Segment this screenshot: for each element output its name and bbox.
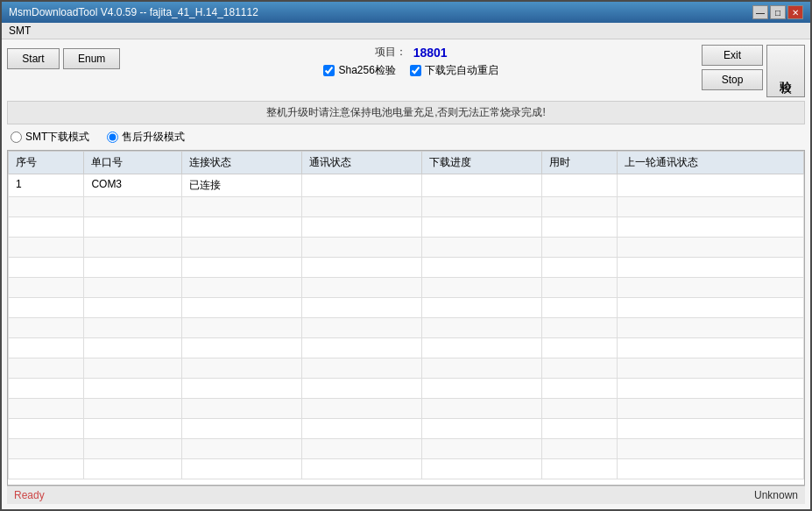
minimize-button[interactable]: — <box>752 5 768 19</box>
table-cell-empty <box>301 439 421 459</box>
table-cell-empty <box>541 258 617 278</box>
table-cell: 1 <box>9 174 84 197</box>
table-cell-empty <box>618 439 804 459</box>
table-header-row: 序号 单口号 连接状态 通讯状态 下载进度 用时 上一轮通讯状态 <box>9 152 804 174</box>
radio-smt[interactable]: SMT下载模式 <box>11 130 89 145</box>
table-cell-empty <box>301 258 421 278</box>
table-cell-empty <box>618 217 804 238</box>
verify-button[interactable]: 校验 <box>766 45 805 97</box>
table-cell-empty <box>9 298 84 318</box>
table-cell-empty <box>541 238 617 258</box>
main-content: Start Enum 项目： 18801 Sha256检验 下载完自动重启 <box>2 39 810 509</box>
table-cell-empty <box>541 318 617 338</box>
table-row-empty <box>9 379 804 399</box>
radio-smt-input[interactable] <box>11 131 22 143</box>
col-header-last-comm: 上一轮通讯状态 <box>618 152 804 174</box>
stop-button[interactable]: Stop <box>702 69 763 90</box>
table-cell-empty <box>618 379 804 399</box>
table-cell-empty <box>182 298 302 318</box>
table-cell-empty <box>618 298 804 318</box>
table-cell-empty <box>84 217 182 238</box>
col-header-port: 单口号 <box>84 152 182 174</box>
table-cell-empty <box>541 217 617 238</box>
auto-restart-checkbox[interactable] <box>410 65 421 76</box>
table-cell-empty <box>421 238 541 258</box>
radio-upgrade[interactable]: 售后升级模式 <box>107 130 185 145</box>
table-cell-empty <box>541 298 617 318</box>
table-cell-empty <box>9 318 84 338</box>
toolbar-row: Start Enum 项目： 18801 Sha256检验 下载完自动重启 <box>7 45 805 97</box>
top-right-area: Exit Stop 校验 <box>702 45 805 97</box>
table-cell-empty <box>541 419 617 439</box>
table-cell-empty <box>541 338 617 358</box>
table-cell-empty <box>421 399 541 419</box>
table-cell-empty <box>9 358 84 379</box>
table-row-empty <box>9 318 804 338</box>
table-row-empty <box>9 298 804 318</box>
table-row-empty <box>9 439 804 459</box>
data-table: 序号 单口号 连接状态 通讯状态 下载进度 用时 上一轮通讯状态 1COM3已连… <box>8 151 804 479</box>
table-cell-empty <box>182 197 302 217</box>
table-cell-empty <box>84 399 182 419</box>
radio-smt-label: SMT下载模式 <box>25 130 89 145</box>
close-button[interactable]: ✕ <box>787 5 803 19</box>
table-cell-empty <box>9 338 84 358</box>
table-row-empty <box>9 399 804 419</box>
table-cell-empty <box>421 278 541 298</box>
table-cell-empty <box>301 399 421 419</box>
table-cell-empty <box>301 197 421 217</box>
table-cell-empty <box>301 419 421 439</box>
table-cell-empty <box>618 419 804 439</box>
status-unknown: Unknown <box>754 489 798 501</box>
table-cell-empty <box>421 197 541 217</box>
table-cell-empty <box>421 439 541 459</box>
left-buttons: Start Enum <box>7 48 120 69</box>
table-cell-empty <box>301 358 421 379</box>
table-cell-empty <box>541 399 617 419</box>
table-cell-empty <box>84 258 182 278</box>
table-cell-empty <box>301 318 421 338</box>
menu-smt[interactable]: SMT <box>9 25 31 37</box>
table-cell-empty <box>301 379 421 399</box>
table-cell-empty <box>84 238 182 258</box>
notice-text: 整机升级时请注意保持电池电量充足,否则无法正常烧录完成! <box>266 106 546 118</box>
table-cell-empty <box>84 318 182 338</box>
radio-row: SMT下载模式 售后升级模式 <box>7 128 805 146</box>
col-header-connect: 连接状态 <box>182 152 302 174</box>
table-cell-empty <box>182 258 302 278</box>
table-cell-empty <box>182 338 302 358</box>
exit-button[interactable]: Exit <box>702 45 763 66</box>
table-cell-empty <box>9 399 84 419</box>
enum-button[interactable]: Enum <box>63 48 120 69</box>
table-cell-empty <box>9 459 84 479</box>
start-button[interactable]: Start <box>7 48 60 69</box>
window-title: MsmDownloadTool V4.0.59 -- fajita_41_H.1… <box>9 6 258 18</box>
title-bar-buttons: — □ ✕ <box>752 5 803 19</box>
table-row-empty <box>9 217 804 238</box>
table-cell-empty <box>9 419 84 439</box>
table-cell-empty <box>84 278 182 298</box>
col-header-seq: 序号 <box>9 152 84 174</box>
table-cell-empty <box>541 439 617 459</box>
table-cell-empty <box>618 197 804 217</box>
sha256-checkbox-label[interactable]: Sha256检验 <box>323 63 395 78</box>
maximize-button[interactable]: □ <box>770 5 786 19</box>
table-cell-empty <box>182 238 302 258</box>
col-header-progress: 下载进度 <box>421 152 541 174</box>
table-row-empty <box>9 238 804 258</box>
sha256-checkbox[interactable] <box>323 65 335 76</box>
table-cell-empty <box>541 459 617 479</box>
table-cell-empty <box>9 238 84 258</box>
table-cell-empty <box>84 358 182 379</box>
menu-bar: SMT <box>2 23 810 39</box>
table-row: 1COM3已连接 <box>9 174 804 197</box>
table-body: 1COM3已连接 <box>9 174 804 479</box>
table-container: 序号 单口号 连接状态 通讯状态 下载进度 用时 上一轮通讯状态 1COM3已连… <box>7 150 805 486</box>
radio-upgrade-input[interactable] <box>107 131 118 143</box>
table-cell-empty <box>618 258 804 278</box>
project-label: 项目： <box>375 45 406 60</box>
col-header-time: 用时 <box>541 152 617 174</box>
sha256-label: Sha256检验 <box>338 63 395 78</box>
auto-restart-checkbox-label[interactable]: 下载完自动重启 <box>410 63 498 78</box>
table-cell-empty <box>301 238 421 258</box>
